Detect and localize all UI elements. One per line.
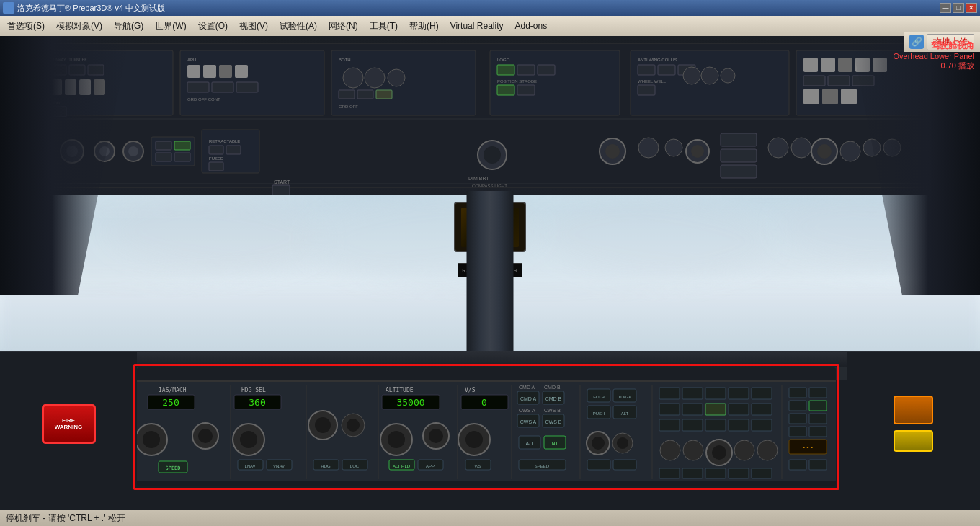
svg-rect-81	[156, 153, 172, 161]
svg-text:FLCH: FLCH	[593, 395, 605, 399]
svg-point-161	[466, 431, 483, 448]
svg-text:GRD OFF CONT: GRD OFF CONT	[187, 97, 220, 102]
svg-text:CWS A: CWS A	[520, 419, 537, 424]
svg-rect-48	[517, 85, 535, 95]
svg-rect-86	[226, 146, 241, 154]
menu-item-file[interactable]: 首选项(S)	[1, 17, 50, 35]
svg-rect-220	[659, 468, 680, 478]
svg-point-56	[683, 67, 700, 84]
svg-rect-110	[272, 185, 290, 195]
glareshield	[0, 351, 980, 369]
svg-rect-228	[789, 401, 806, 411]
menu-item-experimental[interactable]: 试验性(A)	[274, 17, 323, 35]
svg-rect-65	[803, 76, 825, 86]
svg-rect-230	[789, 414, 806, 424]
svg-rect-201	[705, 388, 726, 399]
svg-point-98	[691, 145, 704, 158]
svg-rect-237	[809, 460, 827, 470]
menu-item-network[interactable]: 网络(N)	[323, 17, 364, 35]
svg-text:RETRACTABLE: RETRACTABLE	[209, 139, 240, 143]
svg-text:FUSED: FUSED	[209, 156, 224, 161]
svg-rect-212	[729, 419, 749, 431]
menu-item-navigation[interactable]: 导航(G)	[108, 17, 149, 35]
edge-button-yellow[interactable]	[894, 430, 933, 452]
svg-text:IAS/MACH: IAS/MACH	[159, 387, 187, 393]
minimize-button[interactable]: —	[940, 3, 951, 13]
maximize-button[interactable]: □	[953, 3, 964, 13]
svg-rect-27	[235, 65, 248, 78]
menu-item-settings[interactable]: 设置(O)	[192, 17, 233, 35]
svg-point-218	[734, 440, 754, 460]
svg-rect-62	[838, 58, 852, 72]
svg-point-214	[660, 440, 680, 460]
window-controls[interactable]: — □ ✕	[940, 3, 977, 13]
title-bar: 洛克希德马丁® Prepar3D® v4 中文测试版 — □ ✕	[0, 0, 980, 16]
menu-item-vr[interactable]: Virtual Reality	[445, 18, 509, 34]
svg-text:LOC: LOC	[350, 464, 360, 468]
svg-rect-199	[659, 388, 680, 399]
fire-warning-text: FIRE WARNING	[55, 417, 83, 430]
svg-rect-203	[752, 388, 772, 399]
svg-rect-80	[174, 141, 190, 150]
edge-button-orange[interactable]	[894, 396, 933, 424]
svg-rect-208	[752, 404, 772, 415]
svg-point-34	[343, 68, 363, 88]
window-title: 洛克希德马丁® Prepar3D® v4 中文测试版	[17, 3, 165, 14]
fire-warning-button[interactable]: FIRE WARNING	[42, 404, 96, 444]
svg-text:V/S: V/S	[474, 464, 481, 468]
svg-text:250: 250	[162, 397, 179, 408]
svg-rect-45	[538, 65, 555, 75]
svg-rect-213	[752, 419, 772, 431]
menu-bar: 首选项(S) 模拟对象(V) 导航(G) 世界(W) 设置(O) 视图(V) 试…	[0, 16, 980, 36]
menu-item-aircraft[interactable]: 模拟对象(V)	[50, 17, 108, 35]
svg-point-215	[683, 440, 703, 460]
svg-rect-43	[497, 65, 514, 75]
svg-text:GRD OFF: GRD OFF	[339, 104, 358, 109]
svg-rect-209	[659, 419, 680, 431]
svg-point-77	[128, 146, 138, 156]
svg-rect-29	[212, 82, 233, 92]
svg-rect-211	[705, 419, 726, 431]
svg-text:CWS A: CWS A	[519, 408, 535, 413]
svg-rect-210	[682, 419, 703, 431]
svg-text:APP: APP	[426, 464, 435, 468]
svg-point-193	[592, 437, 605, 450]
svg-text:N1: N1	[552, 441, 558, 446]
svg-rect-204	[659, 404, 680, 415]
svg-point-105	[817, 144, 832, 159]
menu-item-tools[interactable]: 工具(T)	[364, 17, 404, 35]
svg-text:BOTH: BOTH	[339, 58, 351, 62]
svg-text:0: 0	[481, 397, 487, 408]
svg-text:CWS B: CWS B	[545, 419, 562, 424]
svg-point-139	[347, 419, 360, 432]
menu-item-world[interactable]: 世界(W)	[149, 17, 192, 35]
svg-point-195	[617, 437, 628, 449]
svg-rect-236	[789, 460, 806, 470]
svg-point-151	[429, 429, 443, 443]
svg-text:360: 360	[249, 397, 265, 408]
menu-item-view[interactable]: 视图(V)	[233, 17, 274, 35]
svg-point-106	[840, 141, 860, 161]
close-button[interactable]: ✕	[966, 3, 977, 13]
svg-rect-226	[789, 388, 806, 398]
svg-text:LOGO: LOGO	[497, 58, 510, 62]
upload-button[interactable]: 拖拽上传	[927, 34, 974, 50]
svg-point-102	[768, 138, 788, 158]
svg-text:START: START	[274, 179, 290, 184]
svg-rect-202	[729, 388, 749, 399]
svg-rect-52	[658, 65, 675, 75]
svg-rect-55	[638, 85, 655, 95]
svg-rect-205	[682, 404, 703, 415]
svg-point-35	[365, 68, 385, 88]
svg-point-149	[388, 431, 405, 448]
svg-rect-68	[803, 89, 819, 104]
svg-rect-115	[137, 380, 836, 382]
svg-point-95	[638, 138, 659, 158]
title-text: 洛克希德马丁® Prepar3D® v4 中文测试版	[3, 2, 165, 14]
svg-rect-238	[137, 481, 836, 486]
svg-point-130	[240, 431, 257, 448]
svg-text:35000: 35000	[396, 397, 424, 408]
svg-rect-39	[376, 90, 392, 99]
menu-item-addons[interactable]: Add-ons	[509, 18, 553, 34]
menu-item-help[interactable]: 帮助(H)	[404, 17, 445, 35]
